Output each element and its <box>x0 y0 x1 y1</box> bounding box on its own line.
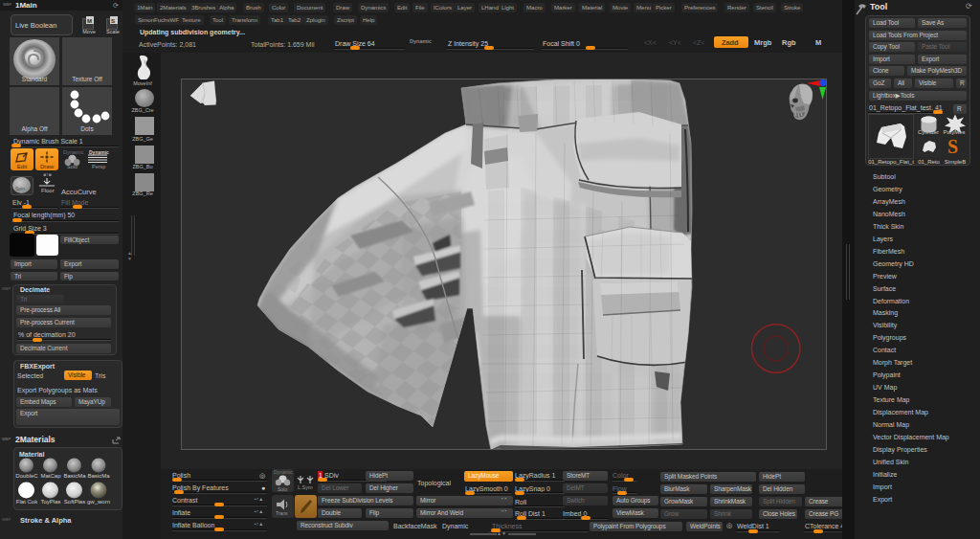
svg-text:S: S <box>947 137 958 157</box>
